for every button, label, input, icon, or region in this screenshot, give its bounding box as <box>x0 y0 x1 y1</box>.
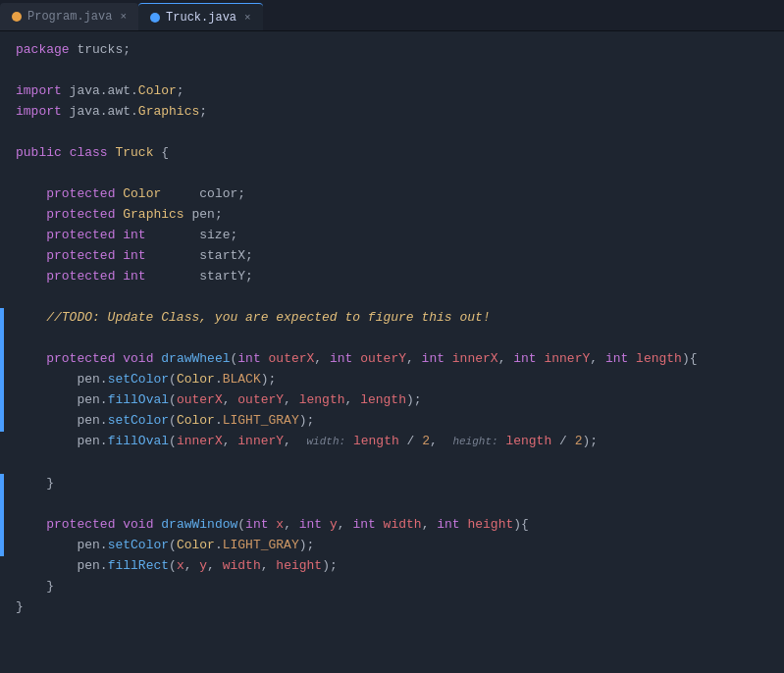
tab-truck-close[interactable]: × <box>244 12 251 24</box>
line-3: import java.awt.Color; <box>16 80 768 101</box>
line-28: } <box>16 596 768 617</box>
line-25: pen.setColor(Color.LIGHT_GRAY); <box>16 535 768 555</box>
line-15 <box>16 328 768 348</box>
line-2 <box>16 60 768 80</box>
line-1: package trucks; <box>16 39 768 60</box>
line-7 <box>16 163 768 183</box>
code-content[interactable]: package trucks; import java.awt.Color; i… <box>0 39 784 617</box>
line-16: protected void drawWheel(int outerX, int… <box>16 348 768 369</box>
line-8: protected Color color; <box>16 183 768 204</box>
tab-truck-icon <box>150 13 160 23</box>
line-6: public class Truck { <box>16 142 768 163</box>
line-9: protected Graphics pen; <box>16 204 768 225</box>
line-5 <box>16 122 768 142</box>
line-13 <box>16 286 768 307</box>
line-22: } <box>16 473 768 493</box>
tab-program-java[interactable]: Program.java × <box>0 3 138 30</box>
tab-bar: Program.java × Truck.java × <box>0 0 784 31</box>
line-11: protected int startX; <box>16 245 768 266</box>
line-4: import java.awt.Graphics; <box>16 101 768 122</box>
line-26: pen.fillRect(x, y, width, height); <box>16 555 768 576</box>
tab-program-icon <box>12 12 22 22</box>
line-21 <box>16 452 768 473</box>
line-23 <box>16 493 768 514</box>
line-12: protected int startY; <box>16 266 768 286</box>
line-20: pen.fillOval(innerX, innerY, width: leng… <box>16 431 768 452</box>
tab-program-label: Program.java <box>27 10 112 24</box>
line-19: pen.setColor(Color.LIGHT_GRAY); <box>16 410 768 431</box>
line-14: //TODO: Update Class, you are expected t… <box>16 307 768 328</box>
editor: package trucks; import java.awt.Color; i… <box>0 31 784 673</box>
line-18: pen.fillOval(outerX, outerY, length, len… <box>16 389 768 410</box>
tab-truck-label: Truck.java <box>166 11 236 25</box>
tab-program-close[interactable]: × <box>120 11 127 23</box>
line-24: protected void drawWindow(int x, int y, … <box>16 514 768 535</box>
tab-truck-java[interactable]: Truck.java × <box>138 3 263 30</box>
line-17: pen.setColor(Color.BLACK); <box>16 369 768 389</box>
line-10: protected int size; <box>16 225 768 245</box>
line-27: } <box>16 576 768 596</box>
